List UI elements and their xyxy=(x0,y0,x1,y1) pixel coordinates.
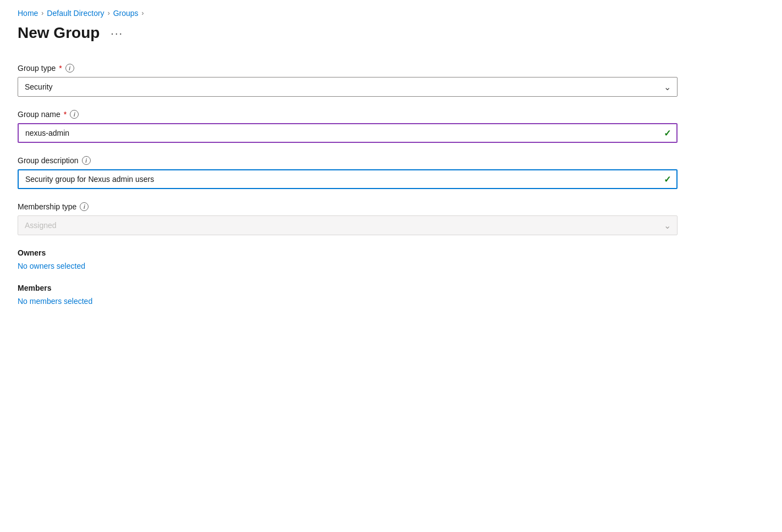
group-name-check-icon: ✓ xyxy=(664,128,671,138)
membership-type-select: Assigned Dynamic User Dynamic Device xyxy=(18,215,678,235)
group-description-label: Group description i xyxy=(18,156,678,165)
members-section: Members No members selected xyxy=(18,284,678,306)
group-description-check-icon: ✓ xyxy=(664,174,671,185)
membership-type-select-wrapper: Assigned Dynamic User Dynamic Device ⌄ xyxy=(18,215,678,235)
group-name-required: * xyxy=(64,110,67,119)
group-description-field: Group description i ✓ xyxy=(18,156,678,189)
group-description-info-icon[interactable]: i xyxy=(82,156,91,165)
page-title: New Group xyxy=(18,24,100,42)
group-type-select[interactable]: Security Microsoft 365 xyxy=(18,77,678,97)
breadcrumb-home[interactable]: Home xyxy=(18,9,38,18)
membership-type-info-icon[interactable]: i xyxy=(80,202,89,211)
more-options-button[interactable]: ··· xyxy=(106,25,128,42)
members-label: Members xyxy=(18,284,678,292)
group-type-label: Group type * i xyxy=(18,64,678,73)
group-name-info-icon[interactable]: i xyxy=(70,110,79,119)
breadcrumb-sep-2: › xyxy=(108,9,110,17)
owners-section: Owners No owners selected xyxy=(18,248,678,270)
breadcrumb: Home › Default Directory › Groups › xyxy=(18,9,764,18)
group-name-input[interactable] xyxy=(18,123,678,143)
group-name-field: Group name * i ✓ xyxy=(18,110,678,143)
group-name-label: Group name * i xyxy=(18,110,678,119)
no-members-link[interactable]: No members selected xyxy=(18,297,678,306)
membership-type-label: Membership type i xyxy=(18,202,678,211)
breadcrumb-groups[interactable]: Groups xyxy=(113,9,139,18)
new-group-form: Group type * i Security Microsoft 365 ⌄ … xyxy=(18,64,678,306)
group-name-input-wrapper: ✓ xyxy=(18,123,678,143)
group-type-info-icon[interactable]: i xyxy=(65,64,74,73)
membership-type-field: Membership type i Assigned Dynamic User … xyxy=(18,202,678,235)
group-description-input-wrapper: ✓ xyxy=(18,169,678,189)
breadcrumb-sep-1: › xyxy=(41,9,43,17)
page-header: New Group ··· xyxy=(18,24,764,42)
breadcrumb-sep-3: › xyxy=(142,9,144,17)
group-type-select-wrapper: Security Microsoft 365 ⌄ xyxy=(18,77,678,97)
group-type-field: Group type * i Security Microsoft 365 ⌄ xyxy=(18,64,678,97)
owners-label: Owners xyxy=(18,248,678,257)
group-type-required: * xyxy=(59,64,62,73)
group-description-input[interactable] xyxy=(18,169,678,189)
no-owners-link[interactable]: No owners selected xyxy=(18,262,678,270)
breadcrumb-default-directory[interactable]: Default Directory xyxy=(47,9,104,18)
